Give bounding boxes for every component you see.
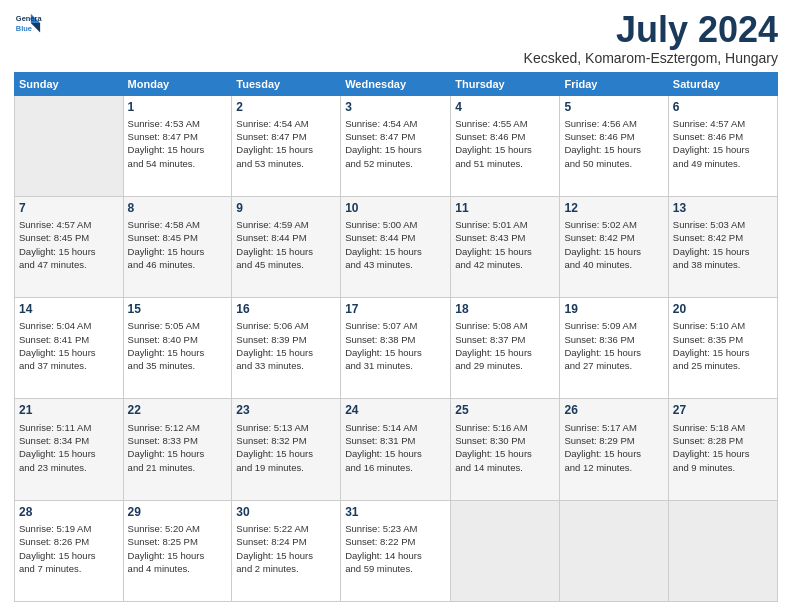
day-number: 10: [345, 200, 446, 216]
table-cell: 18Sunrise: 5:08 AM Sunset: 8:37 PM Dayli…: [451, 298, 560, 399]
week-row-1: 1Sunrise: 4:53 AM Sunset: 8:47 PM Daylig…: [15, 95, 778, 196]
col-tuesday: Tuesday: [232, 72, 341, 95]
table-cell: 5Sunrise: 4:56 AM Sunset: 8:46 PM Daylig…: [560, 95, 668, 196]
table-cell: 2Sunrise: 4:54 AM Sunset: 8:47 PM Daylig…: [232, 95, 341, 196]
day-number: 22: [128, 402, 228, 418]
day-info: Sunrise: 5:11 AM Sunset: 8:34 PM Dayligh…: [19, 421, 119, 474]
day-info: Sunrise: 5:20 AM Sunset: 8:25 PM Dayligh…: [128, 522, 228, 575]
table-cell: 16Sunrise: 5:06 AM Sunset: 8:39 PM Dayli…: [232, 298, 341, 399]
table-cell: 7Sunrise: 4:57 AM Sunset: 8:45 PM Daylig…: [15, 196, 124, 297]
table-cell: 23Sunrise: 5:13 AM Sunset: 8:32 PM Dayli…: [232, 399, 341, 500]
day-number: 7: [19, 200, 119, 216]
day-number: 5: [564, 99, 663, 115]
table-cell: 20Sunrise: 5:10 AM Sunset: 8:35 PM Dayli…: [668, 298, 777, 399]
day-info: Sunrise: 5:22 AM Sunset: 8:24 PM Dayligh…: [236, 522, 336, 575]
table-cell: 3Sunrise: 4:54 AM Sunset: 8:47 PM Daylig…: [341, 95, 451, 196]
main-title: July 2024: [524, 10, 778, 50]
day-info: Sunrise: 5:07 AM Sunset: 8:38 PM Dayligh…: [345, 319, 446, 372]
day-number: 8: [128, 200, 228, 216]
day-info: Sunrise: 5:16 AM Sunset: 8:30 PM Dayligh…: [455, 421, 555, 474]
day-number: 16: [236, 301, 336, 317]
table-cell: [668, 500, 777, 601]
table-cell: 21Sunrise: 5:11 AM Sunset: 8:34 PM Dayli…: [15, 399, 124, 500]
table-cell: 15Sunrise: 5:05 AM Sunset: 8:40 PM Dayli…: [123, 298, 232, 399]
table-cell: [15, 95, 124, 196]
table-cell: 8Sunrise: 4:58 AM Sunset: 8:45 PM Daylig…: [123, 196, 232, 297]
day-number: 2: [236, 99, 336, 115]
day-info: Sunrise: 5:03 AM Sunset: 8:42 PM Dayligh…: [673, 218, 773, 271]
table-cell: 31Sunrise: 5:23 AM Sunset: 8:22 PM Dayli…: [341, 500, 451, 601]
day-info: Sunrise: 5:01 AM Sunset: 8:43 PM Dayligh…: [455, 218, 555, 271]
day-number: 1: [128, 99, 228, 115]
day-number: 19: [564, 301, 663, 317]
day-number: 28: [19, 504, 119, 520]
table-cell: 30Sunrise: 5:22 AM Sunset: 8:24 PM Dayli…: [232, 500, 341, 601]
day-info: Sunrise: 5:09 AM Sunset: 8:36 PM Dayligh…: [564, 319, 663, 372]
day-number: 27: [673, 402, 773, 418]
col-sunday: Sunday: [15, 72, 124, 95]
day-info: Sunrise: 5:14 AM Sunset: 8:31 PM Dayligh…: [345, 421, 446, 474]
day-number: 6: [673, 99, 773, 115]
subtitle: Kecsked, Komarom-Esztergom, Hungary: [524, 50, 778, 66]
table-cell: 9Sunrise: 4:59 AM Sunset: 8:44 PM Daylig…: [232, 196, 341, 297]
day-info: Sunrise: 4:55 AM Sunset: 8:46 PM Dayligh…: [455, 117, 555, 170]
table-cell: 28Sunrise: 5:19 AM Sunset: 8:26 PM Dayli…: [15, 500, 124, 601]
table-cell: 4Sunrise: 4:55 AM Sunset: 8:46 PM Daylig…: [451, 95, 560, 196]
day-info: Sunrise: 5:05 AM Sunset: 8:40 PM Dayligh…: [128, 319, 228, 372]
week-row-4: 21Sunrise: 5:11 AM Sunset: 8:34 PM Dayli…: [15, 399, 778, 500]
day-number: 4: [455, 99, 555, 115]
table-cell: [451, 500, 560, 601]
table-cell: 14Sunrise: 5:04 AM Sunset: 8:41 PM Dayli…: [15, 298, 124, 399]
table-cell: 22Sunrise: 5:12 AM Sunset: 8:33 PM Dayli…: [123, 399, 232, 500]
calendar-header-row: Sunday Monday Tuesday Wednesday Thursday…: [15, 72, 778, 95]
day-info: Sunrise: 4:56 AM Sunset: 8:46 PM Dayligh…: [564, 117, 663, 170]
day-number: 17: [345, 301, 446, 317]
header: General Blue July 2024 Kecsked, Komarom-…: [14, 10, 778, 66]
calendar-table: Sunday Monday Tuesday Wednesday Thursday…: [14, 72, 778, 602]
svg-text:General: General: [16, 14, 42, 23]
table-cell: 29Sunrise: 5:20 AM Sunset: 8:25 PM Dayli…: [123, 500, 232, 601]
day-number: 24: [345, 402, 446, 418]
week-row-2: 7Sunrise: 4:57 AM Sunset: 8:45 PM Daylig…: [15, 196, 778, 297]
day-number: 25: [455, 402, 555, 418]
title-block: July 2024 Kecsked, Komarom-Esztergom, Hu…: [524, 10, 778, 66]
day-info: Sunrise: 5:04 AM Sunset: 8:41 PM Dayligh…: [19, 319, 119, 372]
day-info: Sunrise: 4:54 AM Sunset: 8:47 PM Dayligh…: [236, 117, 336, 170]
table-cell: 13Sunrise: 5:03 AM Sunset: 8:42 PM Dayli…: [668, 196, 777, 297]
svg-text:Blue: Blue: [16, 24, 32, 33]
day-info: Sunrise: 4:57 AM Sunset: 8:46 PM Dayligh…: [673, 117, 773, 170]
table-cell: 19Sunrise: 5:09 AM Sunset: 8:36 PM Dayli…: [560, 298, 668, 399]
col-thursday: Thursday: [451, 72, 560, 95]
day-number: 9: [236, 200, 336, 216]
col-saturday: Saturday: [668, 72, 777, 95]
day-number: 31: [345, 504, 446, 520]
day-info: Sunrise: 4:59 AM Sunset: 8:44 PM Dayligh…: [236, 218, 336, 271]
day-info: Sunrise: 5:19 AM Sunset: 8:26 PM Dayligh…: [19, 522, 119, 575]
day-info: Sunrise: 5:02 AM Sunset: 8:42 PM Dayligh…: [564, 218, 663, 271]
day-info: Sunrise: 5:08 AM Sunset: 8:37 PM Dayligh…: [455, 319, 555, 372]
day-info: Sunrise: 4:57 AM Sunset: 8:45 PM Dayligh…: [19, 218, 119, 271]
day-number: 13: [673, 200, 773, 216]
week-row-5: 28Sunrise: 5:19 AM Sunset: 8:26 PM Dayli…: [15, 500, 778, 601]
table-cell: 12Sunrise: 5:02 AM Sunset: 8:42 PM Dayli…: [560, 196, 668, 297]
day-number: 21: [19, 402, 119, 418]
table-cell: 1Sunrise: 4:53 AM Sunset: 8:47 PM Daylig…: [123, 95, 232, 196]
day-info: Sunrise: 5:18 AM Sunset: 8:28 PM Dayligh…: [673, 421, 773, 474]
logo-icon: General Blue: [14, 10, 42, 38]
day-number: 15: [128, 301, 228, 317]
day-number: 26: [564, 402, 663, 418]
day-info: Sunrise: 5:23 AM Sunset: 8:22 PM Dayligh…: [345, 522, 446, 575]
day-number: 18: [455, 301, 555, 317]
day-info: Sunrise: 5:12 AM Sunset: 8:33 PM Dayligh…: [128, 421, 228, 474]
day-number: 20: [673, 301, 773, 317]
col-wednesday: Wednesday: [341, 72, 451, 95]
table-cell: 24Sunrise: 5:14 AM Sunset: 8:31 PM Dayli…: [341, 399, 451, 500]
table-cell: 26Sunrise: 5:17 AM Sunset: 8:29 PM Dayli…: [560, 399, 668, 500]
day-number: 30: [236, 504, 336, 520]
day-info: Sunrise: 4:53 AM Sunset: 8:47 PM Dayligh…: [128, 117, 228, 170]
day-info: Sunrise: 5:06 AM Sunset: 8:39 PM Dayligh…: [236, 319, 336, 372]
day-info: Sunrise: 5:00 AM Sunset: 8:44 PM Dayligh…: [345, 218, 446, 271]
week-row-3: 14Sunrise: 5:04 AM Sunset: 8:41 PM Dayli…: [15, 298, 778, 399]
day-number: 29: [128, 504, 228, 520]
table-cell: 10Sunrise: 5:00 AM Sunset: 8:44 PM Dayli…: [341, 196, 451, 297]
